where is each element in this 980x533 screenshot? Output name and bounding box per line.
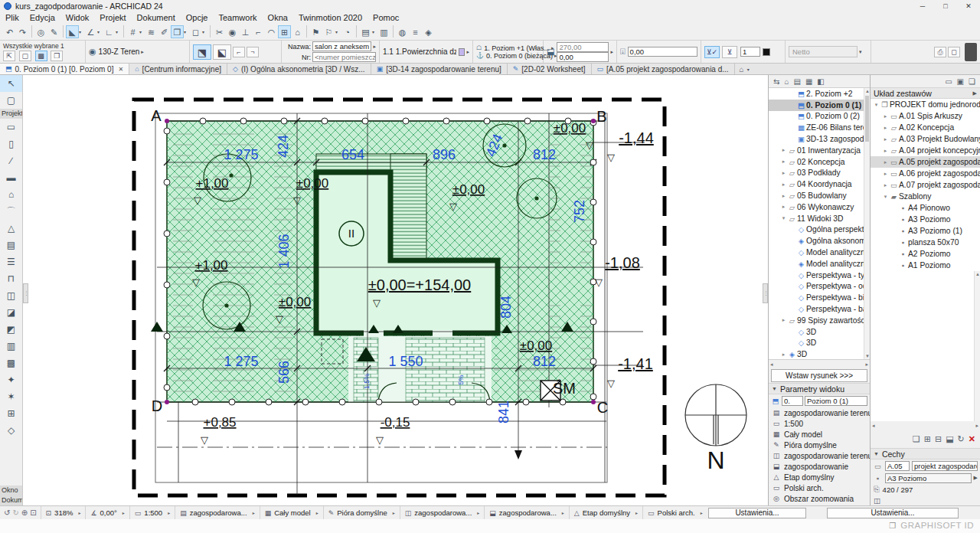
- slab-tool[interactable]: ▬: [0, 169, 22, 186]
- layout-tree-item[interactable]: ▸ ▱ A.04 projekt koncepcyjny: [871, 145, 980, 156]
- stair-tool[interactable]: ☰: [0, 253, 22, 270]
- flag-list-icon[interactable]: ⚐: [322, 25, 335, 38]
- geometry-method-icon[interactable]: ⬕: [213, 44, 231, 60]
- zoom-back-icon[interactable]: ↺: [4, 508, 10, 517]
- zone-tool[interactable]: ▩: [0, 355, 22, 371]
- column-tool[interactable]: ▯: [0, 136, 22, 152]
- dropdown-arrow-icon[interactable]: [184, 29, 189, 34]
- zone-category-selector[interactable]: 1.1 1.Powierzchnia działki ▸: [380, 41, 473, 63]
- expander-icon[interactable]: ▸: [882, 171, 889, 177]
- element-transfer-2-icon[interactable]: ▥: [377, 25, 390, 38]
- navigator-tree-item[interactable]: ◇ Ogólna perspektywa: [769, 224, 870, 236]
- menu-item[interactable]: Okna: [263, 13, 293, 22]
- view-tab[interactable]: ▭ [A.05 projekt zagospodarowania d...: [592, 64, 735, 74]
- new-master-icon[interactable]: ⊟: [935, 434, 942, 444]
- tab-list-chevron-icon[interactable]: ▾: [747, 67, 750, 72]
- import-layout-icon[interactable]: ⬓: [946, 434, 953, 444]
- navigator-settings-button[interactable]: Ustawienia...: [708, 508, 806, 518]
- renovation-filter[interactable]: △ Etap domyślny: [569, 506, 642, 519]
- dropdown-arrow-icon[interactable]: [116, 29, 121, 34]
- tab-close-icon[interactable]: ✕: [118, 66, 123, 73]
- window-tool[interactable]: ◫: [0, 287, 22, 304]
- navigator-map-icon[interactable]: ▤: [793, 77, 800, 86]
- layout-tree-item[interactable]: ▸ ▱ A.03 Projekt Budowlany: [871, 133, 980, 145]
- hide-dimension-toggle[interactable]: ⊻: [722, 46, 737, 58]
- layer-combination[interactable]: ▤ zagospodarowa...: [175, 506, 260, 519]
- guide-lines-icon[interactable]: ◣: [66, 25, 79, 38]
- favorites-icon[interactable]: ❐: [171, 25, 184, 38]
- expander-icon[interactable]: ▸: [780, 204, 787, 210]
- align-icon[interactable]: ⊥: [239, 25, 252, 38]
- construction-method-icon[interactable]: ⬔: [193, 44, 211, 60]
- zoom-area-row[interactable]: ◎ Obszar zoomowania: [769, 493, 870, 504]
- beam-tool[interactable]: ∕: [0, 152, 22, 169]
- lock-icon[interactable]: ◻: [189, 25, 202, 38]
- skylight-tool[interactable]: ◩: [0, 321, 22, 338]
- right-palette-handle[interactable]: ⋮: [763, 283, 768, 303]
- expander-icon[interactable]: ▸: [780, 352, 787, 358]
- tab-overview-icon[interactable]: ⌂: [740, 65, 744, 74]
- menu-item[interactable]: Twinmotion 2020: [293, 13, 368, 22]
- undo-icon[interactable]: ↶: [3, 25, 16, 38]
- redo-icon[interactable]: ↷: [16, 25, 29, 38]
- minimize-button[interactable]: ─: [911, 2, 934, 10]
- expander-icon[interactable]: ▾: [780, 215, 787, 221]
- navigator-tree-item[interactable]: ◇ Perspektywa - tylko rdze: [769, 270, 870, 281]
- dimension-standard-row[interactable]: ▭ Polski arch.: [769, 482, 870, 493]
- arc-icon[interactable]: ◠: [265, 25, 278, 38]
- new-layout-icon[interactable]: ❏: [913, 434, 920, 444]
- graphic-override-row[interactable]: ⬓ zagospodarowanie: [769, 461, 870, 472]
- navigator-tree-item[interactable]: ◇ Perspektywa - balsa: [769, 303, 870, 315]
- expander-icon[interactable]: ▸: [882, 125, 889, 131]
- dropdown-arrow-icon[interactable]: [335, 29, 341, 34]
- zoom-forward-icon[interactable]: ↻: [12, 508, 18, 517]
- navigator-tree-item[interactable]: ◇ Perspektywa - biała mak: [769, 292, 870, 303]
- structure-display-row[interactable]: ▦ Cały model: [769, 429, 870, 440]
- dropdown-arrow-icon[interactable]: [139, 29, 145, 34]
- expander-icon[interactable]: ▸: [882, 136, 889, 142]
- navigator-tree-item[interactable]: ⬒ 2. Poziom +2: [769, 88, 870, 100]
- dropdown-arrow-icon[interactable]: [97, 29, 103, 34]
- navigator-tree-item[interactable]: ◇ 3D: [769, 326, 870, 338]
- view-tab[interactable]: ◇ (I) Ogólna aksonometria [3D / Wsz...: [227, 64, 371, 74]
- navigator-tree-item[interactable]: ◈ Model analityczny konst: [769, 258, 870, 270]
- lock-small-icon[interactable]: ◻: [948, 47, 960, 57]
- menu-item[interactable]: Plik: [0, 13, 24, 22]
- zone-tool-icon[interactable]: ▩: [35, 51, 47, 61]
- layout-tree-item[interactable]: ▪ A3 Poziomo (1): [871, 225, 980, 237]
- grid-snap-icon[interactable]: #: [126, 25, 139, 38]
- layout-tree-item[interactable]: ▸ ▭ A.06 projekt zagospodarowa: [871, 168, 980, 179]
- dropdown-arrow-icon[interactable]: [202, 29, 207, 34]
- door-tool[interactable]: ◪: [0, 304, 22, 321]
- graphic-override[interactable]: ⬓ zagospodarowa...: [484, 506, 569, 519]
- dropdown-arrow-icon[interactable]: [372, 29, 377, 34]
- top-link-value[interactable]: 1. Poziom +1 (Włas...: [484, 44, 550, 52]
- navigator-tree-item[interactable]: ▾ ▱ 11 Widoki 3D: [769, 213, 870, 224]
- mesh-tool[interactable]: ▤: [0, 237, 22, 253]
- navigator-tree-item[interactable]: ▸ ▱ 02 Koncepcja: [769, 156, 870, 168]
- shell-tool[interactable]: ⌒: [0, 203, 22, 220]
- zone-number-input[interactable]: <numer pomieszczenia>: [312, 52, 376, 62]
- menu-item[interactable]: Widok: [60, 13, 95, 22]
- model-view-options-row[interactable]: ◫ zagospodarowanie terenu: [769, 450, 870, 461]
- layout-panel-icon-3[interactable]: ❏: [969, 77, 975, 86]
- dropdown-arrow-icon[interactable]: [79, 29, 84, 34]
- layout-settings-button[interactable]: Ustawienia...: [827, 508, 959, 518]
- printer-icon[interactable]: ⎙: [934, 47, 946, 57]
- navigator-tree-item[interactable]: ◇ Perspektywa - odp. ogni: [769, 281, 870, 293]
- new-subset-icon[interactable]: ⊞: [924, 434, 931, 444]
- layout-panel-icon-1[interactable]: ▭: [945, 77, 952, 86]
- navigator-tree-item[interactable]: ▦ ZE-06 Bilans terenu: [769, 122, 870, 133]
- snap-points-icon[interactable]: ∟: [103, 25, 116, 38]
- view-tab[interactable]: ⬒ 0. Poziom 0 (1) [0. Poziom 0] ✕: [0, 64, 129, 74]
- layout-name-input[interactable]: projekt zagospodarowan: [912, 461, 978, 471]
- calculation-mode-select[interactable]: Netto: [789, 46, 858, 57]
- navigator-tree-item[interactable]: ◇ 3D: [769, 338, 870, 349]
- pick-up-parameters-icon[interactable]: ◎: [34, 25, 47, 38]
- layout-id-input[interactable]: A.05: [885, 461, 910, 471]
- grid-tool[interactable]: ⊞: [0, 405, 22, 422]
- mark-up-cloud-icon[interactable]: ◔: [341, 25, 354, 38]
- expander-icon[interactable]: ▸: [780, 170, 787, 176]
- railing-tool[interactable]: ⊓: [0, 270, 22, 287]
- collapse-triangle-icon[interactable]: ▼: [874, 451, 879, 456]
